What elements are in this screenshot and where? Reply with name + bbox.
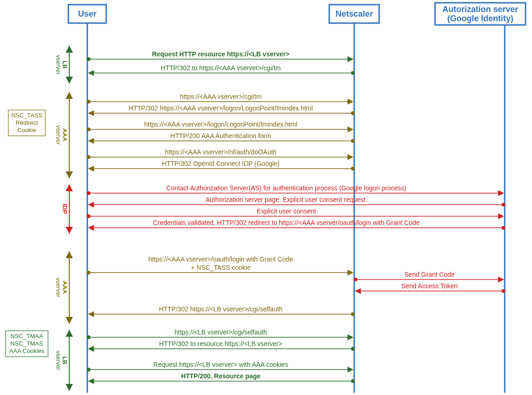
msg-3-label: https://<AAA vserver>/cgi/tm [180, 93, 262, 100]
note-nsc-tass-l3: Cookie [18, 127, 36, 134]
note-nsc-tass: NSC_TASS Redirect Cookie [8, 110, 45, 136]
msg-10-label: Authorization server page. Explicit user… [206, 196, 367, 203]
phase-idp: IDP [61, 185, 69, 233]
phase-lb1: LB vserver [55, 46, 69, 83]
phase-aaa2: AAA vserver [55, 252, 69, 323]
actor-user-label: User [78, 9, 97, 18]
msg-16: HTTP/302 https://<LB vserver>/cgi/selfau… [89, 305, 353, 314]
msg-1: Request HTTP resource https://<LB vserve… [89, 50, 353, 59]
msg-18: HTTP/302 to resource https://<LB vserver… [89, 340, 353, 349]
actor-netscaler-label: Netscaler [335, 9, 373, 18]
actor-netscaler: Netscaler [329, 5, 379, 23]
note-nsc-tmaa-l1: NSC_TMAA [11, 333, 43, 340]
msg-8-label: HTTP/302 OpenId Connect IDP (Google) [162, 160, 280, 167]
msg-6: HTTP/200 AAA Authentication form [89, 132, 353, 141]
msg-1-label: Request HTTP resource https://<LB vserve… [152, 50, 290, 58]
msg-11: Explicit user consent [89, 207, 503, 216]
phase-lb2-sub: vserver [55, 351, 62, 371]
msg-20-label: HTTP/200. Resource page [181, 372, 260, 380]
msg-13: https://<AAA vserver>/oauth/login with G… [89, 255, 353, 273]
msg-14-label: Send Grant Code [405, 271, 455, 278]
msg-10: Authorization server page. Explicit user… [89, 196, 503, 205]
msg-9-label: Contact Authorization Server(AS) for aut… [166, 184, 406, 192]
phase-lb1-sub: vserver [55, 55, 62, 75]
phase-lb1-label: LB [61, 61, 68, 68]
phase-aaa2-sub: vserver [55, 278, 62, 298]
msg-9: Contact Authorization Server(AS) for aut… [89, 184, 503, 193]
msg-17: https://<LB vserver>/cgi/selfauth [89, 328, 353, 337]
msg-19: Request https://<LB vserver> with AAA co… [89, 361, 353, 370]
msg-8: HTTP/302 OpenId Connect IDP (Google) [89, 160, 353, 169]
phase-aaa2-label: AAA [61, 281, 68, 294]
msg-12-label: Credentials validated. HTTP/302 redirect… [153, 219, 419, 226]
msg-2: HTTP/302 to https://<AAA vserver>/cgi/tm [89, 64, 353, 73]
msg-13-label-a: https://<AAA vserver>/oauth/login with G… [149, 255, 293, 263]
note-nsc-tmaa-l3: AAA Cookies [9, 347, 44, 354]
phase-aaa1: AAA vserver [55, 92, 69, 178]
msg-12: Credentials validated. HTTP/302 redirect… [89, 219, 503, 228]
msg-4-label: HTTP/302 https://<AAA vserver>/logon/Log… [128, 104, 313, 112]
msg-13-label-b: + NSC_TASS cookie [191, 264, 251, 271]
msg-7-label: https://<AAA vserver>/nf/auth/doOAuth [165, 148, 276, 156]
note-nsc-tmaa: NSC_TMAA NSC_TMAS AAA Cookies [6, 331, 48, 357]
msg-7: https://<AAA vserver>/nf/auth/doOAuth [89, 148, 353, 157]
msg-17-label: https://<LB vserver>/cgi/selfauth [175, 328, 267, 336]
phase-lb2: LB vserver [55, 330, 69, 390]
msg-5: https://<AAA vserver>/logon/LogonPoint/t… [89, 121, 353, 129]
actor-authserver: Autorization server (Google Identity) [435, 3, 526, 25]
msg-15-label: Send Access Token [401, 282, 458, 290]
phase-lb2-label: LB [61, 356, 68, 364]
actor-user: User [68, 5, 106, 23]
msg-5-label: https://<AAA vserver>/logon/LogonPoint/t… [144, 121, 297, 128]
phase-aaa1-label: AAA [61, 128, 68, 142]
msg-11-label: Explicit user consent [257, 207, 316, 215]
msg-4: HTTP/302 https://<AAA vserver>/logon/Log… [89, 104, 353, 113]
actor-authserver-label-1: Autorization server [442, 5, 518, 14]
msg-3: https://<AAA vserver>/cgi/tm [89, 93, 353, 102]
actor-authserver-label-2: (Google Identity) [447, 14, 514, 23]
msg-19-label: Request https://<LB vserver> with AAA co… [153, 361, 288, 368]
msg-2-label: HTTP/302 to https://<AAA vserver>/cgi/tm [161, 64, 281, 72]
msg-18-label: HTTP/302 to resource https://<LB vserver… [159, 340, 283, 347]
msg-14: Send Grant Code [356, 271, 503, 280]
msg-16-label: HTTP/302 https://<LB vserver>/cgi/selfau… [159, 305, 283, 313]
note-nsc-tass-l1: NSC_TASS [11, 112, 42, 119]
phase-idp-label: IDP [61, 204, 68, 214]
sequence-diagram: User Netscaler Autorization server (Goog… [0, 0, 532, 395]
phase-aaa1-sub: vserver [55, 125, 62, 145]
note-nsc-tmaa-l2: NSC_TMAS [11, 340, 43, 347]
msg-6-label: HTTP/200 AAA Authentication form [170, 132, 271, 140]
msg-20: HTTP/200. Resource page [89, 372, 353, 381]
msg-15: Send Access Token [356, 282, 503, 291]
note-nsc-tass-l2: Redirect [16, 119, 38, 126]
